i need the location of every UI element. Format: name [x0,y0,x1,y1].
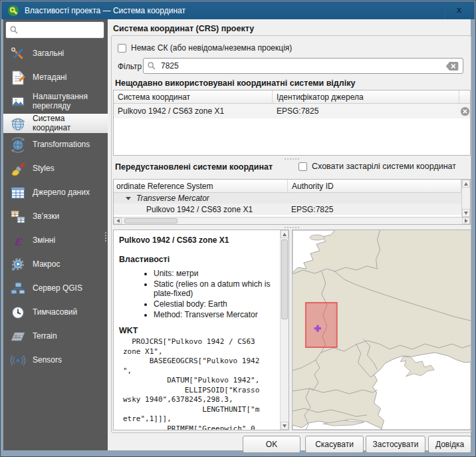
map-island [310,235,324,240]
recent-row-crs: Pulkovo 1942 / CS63 zone X1 [114,106,273,116]
recent-row-remove-cell [459,106,470,116]
no-crs-label: Немає СК (або невідома/неземна проекція) [131,43,292,53]
scroll-up-icon[interactable] [281,230,289,238]
hide-deprecated-checkbox[interactable] [298,162,307,171]
qgis-server-icon [10,281,26,297]
scroll-down-icon[interactable] [462,209,470,217]
svg-text:ε: ε [14,233,23,249]
crs-property: Celestial body: Earth [154,299,277,309]
sidebar-item-9[interactable]: Макрос [3,253,108,277]
predefined-vscrollbar[interactable] [461,180,470,217]
recent-crs-table: Система координат Ідентифікатор джерела … [113,90,471,156]
help-button[interactable]: Довідка [428,436,471,453]
predefined-crs-table: ordinate Reference System Authority ID T… [113,179,471,225]
details-vscrollbar[interactable] [280,230,289,430]
filter-input[interactable]: 7825 [143,58,463,74]
sidebar-item-5[interactable]: Styles [3,157,108,181]
styles-brush-icon [10,161,26,177]
sidebar-item-11[interactable]: Тимчасовий [3,301,108,325]
predefined-row-authority: EPSG:7825 [288,205,333,214]
crs-group-row[interactable]: Transverse Mercator [114,193,470,204]
predefined-crs-row[interactable]: Pulkovo 1942 / CS63 zone X1 EPSG:7825 [114,204,470,215]
details-wkt-text: PROJCRS["Pulkovo 1942 / CS63 zone X1", B… [123,337,277,430]
metadata-document-icon [10,70,26,86]
predefined-hscrollbar[interactable] [114,217,470,224]
scroll-right-icon[interactable] [462,218,470,224]
title-bar: Властивості проекта — Система координат … [1,1,475,19]
sidebar-item-10[interactable]: Сервер QGIS [3,277,108,301]
crs-property: Units: метри [154,269,277,279]
view-settings-icon [10,94,26,110]
hscroll-thumb[interactable] [124,218,178,224]
variables-epsilon-icon: ε [10,233,26,249]
macros-gear-icon [10,257,26,273]
sidebar-item-2[interactable]: Налаштування перегляду [3,90,108,114]
recent-col-remove [459,90,470,103]
sidebar-item-1[interactable]: Метадані [3,66,108,90]
crs-extent-map-preview [292,229,471,430]
search-icon [147,61,156,71]
project-properties-window: Властивості проекта — Система координат … [0,0,476,457]
predefined-col-authority[interactable]: Authority ID [288,180,461,192]
no-crs-checkbox[interactable] [118,44,126,53]
filter-label: Фільтр [118,62,142,71]
details-wkt-heading: WKT [119,326,277,335]
scroll-down-icon[interactable] [281,422,289,430]
crs-details-panel: Pulkovo 1942 / CS63 zone X1 Властивості … [113,229,289,430]
main-content: Система координат (CRS) проекту Немає СК… [108,19,471,450]
remove-circle-icon[interactable] [460,106,470,116]
recent-predefined-splitter-handle[interactable] [290,158,291,160]
details-properties-list: Units: метриStatic (relies on a datum wh… [119,269,277,319]
sidebar-splitter-handle[interactable] [105,235,106,236]
clear-filter-icon[interactable] [445,61,459,71]
sidebar-item-3[interactable]: Система координат [3,114,108,133]
predefined-col-crs[interactable]: ordinate Reference System [114,180,288,192]
sidebar-item-8[interactable]: ε Змінні [3,229,108,253]
recent-col-crs[interactable]: Система координат [114,90,273,103]
triangle-down-icon[interactable] [126,197,131,200]
close-button[interactable]: x [445,1,473,19]
crs-globe-icon [10,116,26,132]
transformations-globe-icon [10,137,26,153]
sidebar-item-6[interactable]: Джерело даних [3,181,108,205]
sidebar-item-0[interactable]: Загальні [3,42,108,66]
sidebar-search-input[interactable] [5,21,104,39]
crs-property: Method: Transverse Mercator [154,310,277,320]
sidebar-item-4[interactable]: Transformations [3,133,108,157]
crs-extent-rectangle [306,303,337,347]
sidebar-item-12[interactable]: Terrain [3,325,108,349]
details-properties-heading: Властивості [119,255,277,264]
predefined-crs-table-header: ordinate Reference System Authority ID [114,180,470,193]
recent-crs-title: Нещодавно використовувані координатні си… [115,78,355,88]
sidebar-item-13[interactable]: Sensors [3,349,108,373]
window-title: Властивості проекта — Система координат [25,6,185,15]
crs-property: Static (relies on a datum which is plate… [154,279,277,299]
tables-details-splitter-handle[interactable] [290,227,291,228]
temporal-clock-icon [10,305,26,321]
ok-button[interactable]: OK [243,436,300,453]
recent-col-authority[interactable]: Ідентифікатор джерела [273,90,459,103]
terrain-icon [10,329,26,345]
hide-deprecated-row[interactable]: Сховати застарілі системи координат [298,162,456,171]
cancel-button[interactable]: Скасувати [305,436,364,453]
no-crs-checkbox-row[interactable]: Немає СК (або невідома/неземна проекція) [118,43,292,53]
scroll-left-icon[interactable] [114,218,122,224]
data-source-table-icon [10,185,26,201]
details-vscroll-thumb[interactable] [281,239,288,319]
predefined-row-crs: Pulkovo 1942 / CS63 zone X1 [114,205,288,214]
details-crs-title: Pulkovo 1942 / CS63 zone X1 [119,235,277,245]
qgis-logo-icon [7,5,19,17]
page-title: Система координат (CRS) проекту [113,24,254,33]
general-tools-icon [10,46,26,62]
filter-value: 7825 [161,61,445,71]
recent-row-authority: EPSG:7825 [273,106,459,116]
scroll-up-icon[interactable] [462,180,470,188]
sidebar-item-7[interactable]: Зв’язки [3,205,108,229]
relations-tables-icon [10,209,26,225]
apply-button[interactable]: Застосувати [366,436,425,453]
recent-crs-row[interactable]: Pulkovo 1942 / CS63 zone X1 EPSG:7825 [114,104,470,118]
search-icon [9,25,19,35]
hide-deprecated-label: Сховати застарілі системи координат [312,162,456,171]
crs-groupbox: Немає СК (або невідома/неземна проекція)… [111,35,471,433]
map-preview-svg [293,230,471,430]
